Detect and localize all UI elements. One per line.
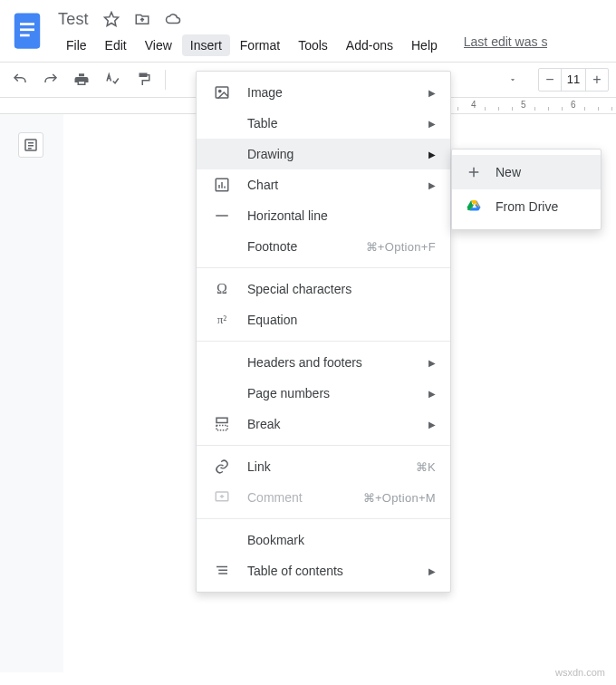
menu-view[interactable]: View (137, 34, 180, 56)
insert-drawing[interactable]: Drawing ▶ (197, 139, 450, 169)
move-icon[interactable] (134, 11, 150, 27)
insert-hrule[interactable]: Horizontal line (197, 200, 450, 231)
drawing-from-drive[interactable]: From Drive (452, 189, 601, 224)
svg-point-10 (219, 90, 221, 92)
svg-rect-16 (217, 418, 227, 422)
submenu-label: New (496, 165, 521, 179)
zoom-dropdown-icon[interactable] (502, 69, 524, 91)
blank-icon (213, 353, 231, 371)
insert-bookmark[interactable]: Bookmark (197, 525, 450, 555)
menu-tools[interactable]: Tools (290, 34, 336, 56)
menu-label: Table (247, 116, 428, 130)
shortcut-text: ⌘+Option+F (366, 240, 436, 254)
insert-chart[interactable]: Chart ▶ (197, 169, 450, 200)
drive-icon (465, 198, 483, 216)
font-size-decrease[interactable]: − (539, 69, 561, 91)
submenu-arrow-icon: ▶ (428, 150, 436, 159)
print-icon[interactable] (69, 67, 94, 92)
shortcut-text: ⌘K (416, 460, 436, 474)
insert-equation[interactable]: π² Equation (197, 304, 450, 335)
svg-rect-3 (20, 34, 30, 37)
menu-file[interactable]: File (58, 34, 95, 56)
paintformat-icon[interactable] (130, 67, 156, 92)
menu-label: Headers and footers (247, 355, 428, 370)
menu-label: Bookmark (247, 533, 436, 547)
menu-label: Special characters (247, 282, 436, 296)
shortcut-text: ⌘+Option+M (363, 491, 436, 505)
doc-title[interactable]: Test (58, 10, 89, 29)
omega-icon: Ω (213, 280, 231, 298)
insert-headers[interactable]: Headers and footers ▶ (197, 347, 450, 378)
blank-icon (213, 384, 231, 402)
font-size-value[interactable]: 11 (561, 69, 586, 91)
app-header: Test File Edit View Insert Format Tools … (0, 0, 616, 56)
insert-toc[interactable]: Table of contents ▶ (197, 555, 450, 586)
menu-divider (197, 445, 450, 446)
ruler-num: 4 (471, 100, 476, 110)
menu-label: Page numbers (247, 386, 428, 400)
menu-divider (197, 341, 450, 342)
menu-label: Equation (247, 313, 436, 327)
menu-divider (197, 267, 450, 268)
svg-rect-2 (20, 28, 34, 31)
menu-label: Footnote (247, 239, 366, 254)
menu-label: Table of contents (247, 564, 428, 578)
comment-icon (213, 488, 231, 507)
insert-footnote[interactable]: Footnote ⌘+Option+F (197, 231, 450, 262)
submenu-label: From Drive (496, 199, 558, 214)
blank-icon (213, 237, 231, 256)
spellcheck-icon[interactable] (100, 67, 125, 92)
svg-marker-4 (104, 13, 118, 26)
font-size-increase[interactable]: + (586, 69, 608, 91)
font-size-control: − 11 + (538, 68, 609, 92)
submenu-arrow-icon: ▶ (428, 358, 436, 368)
equation-icon: π² (213, 311, 231, 329)
menu-insert[interactable]: Insert (182, 34, 230, 56)
insert-pagenums[interactable]: Page numbers ▶ (197, 378, 450, 409)
last-edit-link[interactable]: Last edit was s (464, 34, 548, 56)
menu-label: Image (247, 85, 428, 100)
redo-icon[interactable] (38, 67, 63, 92)
ruler-num: 5 (521, 100, 526, 110)
blank-icon (213, 531, 231, 549)
document-outline-icon[interactable] (18, 132, 43, 158)
toc-icon (213, 562, 231, 580)
cloud-saved-icon[interactable] (165, 11, 181, 27)
insert-menu-dropdown: Image ▶ Table ▶ Drawing ▶ Chart ▶ Horizo… (196, 71, 451, 593)
insert-comment: Comment ⌘+Option+M (197, 482, 450, 513)
image-icon (213, 83, 231, 101)
menu-divider (197, 518, 450, 519)
undo-icon[interactable] (7, 67, 33, 92)
hrule-icon (213, 207, 231, 225)
insert-link[interactable]: Link ⌘K (197, 451, 450, 482)
menu-label: Chart (247, 178, 428, 192)
submenu-arrow-icon: ▶ (428, 88, 436, 98)
blank-icon (213, 114, 231, 132)
menu-help[interactable]: Help (403, 34, 446, 56)
submenu-arrow-icon: ▶ (428, 180, 436, 190)
docs-logo-icon[interactable] (9, 7, 45, 56)
menu-format[interactable]: Format (232, 34, 288, 56)
menu-bar: File Edit View Insert Format Tools Add-o… (58, 34, 547, 56)
insert-image[interactable]: Image ▶ (197, 77, 450, 108)
toolbar-separator (165, 70, 166, 90)
menu-label: Drawing (247, 147, 428, 161)
menu-label: Comment (247, 490, 363, 505)
insert-specialchars[interactable]: Ω Special characters (197, 274, 450, 304)
ruler-num: 6 (571, 100, 576, 110)
menu-edit[interactable]: Edit (97, 34, 135, 56)
plus-icon (465, 163, 483, 181)
insert-break[interactable]: Break ▶ (197, 409, 450, 439)
svg-rect-17 (217, 426, 227, 430)
drawing-new[interactable]: New (452, 155, 601, 189)
menu-label: Break (247, 417, 428, 431)
star-icon[interactable] (103, 11, 120, 27)
link-icon (213, 458, 231, 476)
menu-label: Horizontal line (247, 208, 436, 223)
insert-table[interactable]: Table ▶ (197, 108, 450, 139)
break-icon (213, 415, 231, 433)
svg-rect-9 (216, 87, 228, 98)
menu-addons[interactable]: Add-ons (338, 34, 401, 56)
submenu-arrow-icon: ▶ (428, 566, 436, 576)
drawing-submenu: New From Drive (451, 149, 602, 230)
